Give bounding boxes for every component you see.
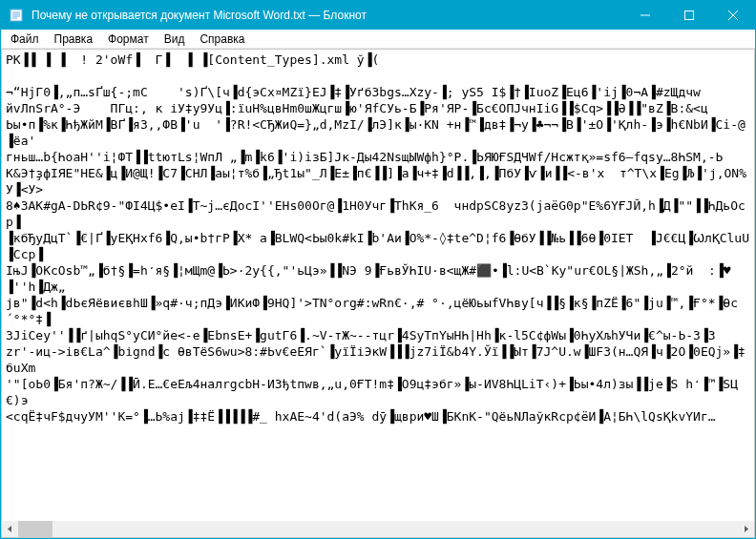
menu-format[interactable]: Формат <box>100 31 157 48</box>
menu-view[interactable]: Вид <box>157 31 193 48</box>
menu-file[interactable]: Файл <box>3 31 47 48</box>
maximize-button[interactable] <box>667 1 711 30</box>
titlebar[interactable]: Почему не открывается документ Microsoft… <box>1 1 755 30</box>
content-area: PK▐▐ ▐ ▐ ! 2'oWf▐ Г▐ ▐ ▐[Content_Types].… <box>1 49 755 538</box>
window-title: Почему не открывается документ Microsoft… <box>30 9 623 22</box>
scroll-track[interactable] <box>18 521 738 537</box>
menu-help[interactable]: Справка <box>192 31 252 48</box>
app-icon <box>9 8 24 23</box>
menu-edit[interactable]: Правка <box>47 31 101 48</box>
menubar: Файл Правка Формат Вид Справка <box>1 30 755 49</box>
svg-marker-10 <box>745 526 748 532</box>
scroll-right-arrow-icon[interactable] <box>738 521 754 537</box>
caption-buttons <box>623 1 755 30</box>
svg-rect-0 <box>10 10 22 21</box>
text-editor[interactable]: PK▐▐ ▐ ▐ ! 2'oWf▐ Г▐ ▐ ▐[Content_Types].… <box>2 50 754 521</box>
scroll-thumb[interactable] <box>18 521 52 537</box>
close-button[interactable] <box>711 1 755 30</box>
svg-rect-6 <box>685 11 694 20</box>
svg-marker-9 <box>8 526 11 532</box>
minimize-button[interactable] <box>623 1 667 30</box>
scroll-left-arrow-icon[interactable] <box>2 521 18 537</box>
horizontal-scrollbar[interactable] <box>2 521 754 537</box>
notepad-window: Почему не открывается документ Microsoft… <box>0 0 756 539</box>
